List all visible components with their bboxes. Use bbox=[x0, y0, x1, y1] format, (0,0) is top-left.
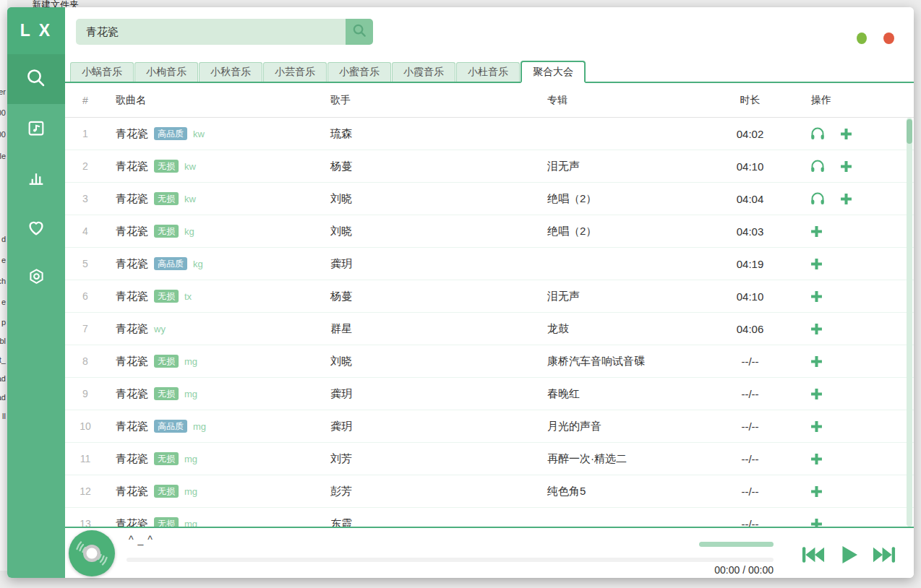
tab[interactable]: 小芸音乐 bbox=[263, 62, 327, 82]
quality-badge: 无损 bbox=[154, 517, 179, 527]
source-tag: kg bbox=[193, 259, 203, 269]
tab[interactable]: 小枸音乐 bbox=[134, 62, 198, 82]
source-tag: mg bbox=[184, 486, 197, 497]
add-button[interactable] bbox=[839, 191, 854, 207]
progress-bar[interactable] bbox=[127, 558, 774, 562]
previous-button[interactable] bbox=[801, 545, 826, 565]
table-row[interactable]: 2 青花瓷 无损 kw 杨蔓 泪无声 04:10 bbox=[65, 150, 914, 183]
sidebar-item-settings[interactable] bbox=[7, 254, 65, 303]
desktop-text-fragment: er bbox=[0, 87, 6, 96]
desktop-text-fragment: ll bbox=[2, 412, 6, 420]
quality-badge: 无损 bbox=[154, 225, 179, 237]
sidebar-item-search[interactable] bbox=[7, 54, 65, 104]
play-button[interactable] bbox=[837, 543, 860, 566]
song-name: 青花瓷 bbox=[116, 485, 148, 498]
scrollbar-thumb[interactable] bbox=[907, 119, 912, 144]
add-button[interactable] bbox=[809, 516, 824, 527]
tab[interactable]: 小杜音乐 bbox=[456, 62, 520, 82]
add-button[interactable] bbox=[839, 126, 854, 142]
sidebar-item-leaderboard[interactable] bbox=[7, 154, 65, 204]
quality-badge: 无损 bbox=[154, 387, 179, 399]
tab[interactable]: 小霞音乐 bbox=[392, 62, 455, 82]
add-button[interactable] bbox=[809, 451, 824, 467]
add-button[interactable] bbox=[809, 354, 824, 369]
actions-cell bbox=[799, 451, 914, 467]
song-cell: 青花瓷 无损 kw bbox=[106, 192, 322, 206]
minimize-button[interactable] bbox=[857, 33, 867, 44]
close-button[interactable] bbox=[883, 33, 894, 44]
song-cell: 青花瓷 无损 tx bbox=[106, 290, 322, 303]
row-index: 13 bbox=[65, 518, 106, 527]
duration-cell: 04:03 bbox=[701, 225, 799, 238]
actions-cell bbox=[799, 386, 914, 402]
add-button[interactable] bbox=[809, 419, 824, 434]
listen-button[interactable] bbox=[809, 157, 826, 175]
tab[interactable]: 小蜗音乐 bbox=[70, 62, 134, 82]
table-row[interactable]: 6 青花瓷 无损 tx 杨蔓 泪无声 04:10 bbox=[65, 280, 914, 313]
table-row[interactable]: 3 青花瓷 无损 kw 刘晓 绝唱（2） 04:04 bbox=[65, 183, 914, 215]
add-button[interactable] bbox=[809, 484, 824, 499]
add-button[interactable] bbox=[809, 386, 824, 402]
actions-cell bbox=[799, 224, 914, 239]
actions-cell bbox=[799, 354, 914, 369]
add-button[interactable] bbox=[809, 224, 824, 239]
table-row[interactable]: 13 青花瓷 无损 mg 东霞 --/-- bbox=[65, 508, 914, 527]
source-tag: tx bbox=[184, 291, 192, 302]
add-button[interactable] bbox=[839, 159, 854, 174]
table-row[interactable]: 9 青花瓷 无损 mg 龚玥 春晚红 --/-- bbox=[65, 378, 914, 410]
quality-badge: 无损 bbox=[154, 290, 179, 302]
table-row[interactable]: 7 青花瓷 wy 群星 龙鼓 04:06 bbox=[65, 313, 914, 345]
desktop-text-fragment: 00 bbox=[0, 108, 6, 117]
desktop-text-fragment: d bbox=[1, 235, 6, 243]
quality-badge: 无损 bbox=[154, 192, 179, 204]
artist-cell: 刘芳 bbox=[322, 452, 539, 466]
app-window: L X bbox=[7, 7, 914, 578]
tab-label: 小芸音乐 bbox=[275, 66, 315, 77]
row-index: 4 bbox=[65, 225, 106, 237]
table-row[interactable]: 4 青花瓷 无损 kg 刘晓 绝唱（2） 04:03 bbox=[65, 215, 914, 248]
tab-label: 聚合大会 bbox=[533, 66, 573, 77]
table-row[interactable]: 10 青花瓷 高品质 mg 龚玥 月光的声音 --/-- bbox=[65, 410, 914, 443]
song-name: 青花瓷 bbox=[116, 322, 148, 336]
add-button[interactable] bbox=[809, 321, 824, 337]
tab[interactable]: 小蜜音乐 bbox=[327, 62, 391, 82]
add-button[interactable] bbox=[809, 289, 824, 304]
volume-slider[interactable] bbox=[699, 542, 774, 547]
table-row[interactable]: 12 青花瓷 无损 mg 彭芳 纯色角5 --/-- bbox=[65, 475, 914, 508]
table-rows: 1 青花瓷 高品质 kw 琉森 04:02 2 青花瓷 无损 kw 杨蔓 泪无声… bbox=[65, 118, 914, 527]
song-cell: 青花瓷 无损 kw bbox=[106, 160, 322, 173]
desktop-text-fragment: ad bbox=[0, 374, 6, 383]
search-input[interactable] bbox=[76, 19, 346, 45]
add-button[interactable] bbox=[809, 256, 824, 272]
song-name: 青花瓷 bbox=[116, 127, 148, 141]
table-row[interactable]: 5 青花瓷 高品质 kg 龚玥 04:19 bbox=[65, 248, 914, 280]
sidebar-item-songlist[interactable] bbox=[7, 104, 65, 154]
quality-badge: 高品质 bbox=[154, 127, 187, 139]
song-cell: 青花瓷 高品质 kg bbox=[106, 257, 322, 271]
song-cell: 青花瓷 无损 mg bbox=[106, 517, 322, 527]
song-name: 青花瓷 bbox=[116, 420, 148, 433]
search-button[interactable] bbox=[346, 19, 373, 45]
next-button[interactable] bbox=[871, 545, 896, 565]
row-index: 8 bbox=[65, 355, 106, 367]
artist-cell: 群星 bbox=[322, 322, 539, 336]
source-tag: wy bbox=[154, 324, 166, 334]
duration-cell: --/-- bbox=[701, 388, 799, 400]
album-disc-icon[interactable] bbox=[68, 529, 116, 577]
listen-button[interactable] bbox=[809, 190, 826, 207]
table-row[interactable]: 1 青花瓷 高品质 kw 琉森 04:02 bbox=[65, 118, 914, 150]
scrollbar-track[interactable] bbox=[907, 118, 912, 527]
sidebar-item-favorites[interactable] bbox=[7, 204, 65, 254]
search-icon bbox=[25, 67, 47, 92]
column-header-duration: 时长 bbox=[701, 94, 799, 107]
row-index: 3 bbox=[65, 193, 106, 204]
table-row[interactable]: 8 青花瓷 无损 mg 刘晓 康桥汽车音响试音碟 --/-- bbox=[65, 345, 914, 378]
tab[interactable]: 小秋音乐 bbox=[199, 62, 262, 82]
duration-cell: --/-- bbox=[701, 485, 799, 498]
tab-label: 小杜音乐 bbox=[468, 66, 508, 77]
table-row[interactable]: 11 青花瓷 无损 mg 刘芳 再醉一次·精选二 --/-- bbox=[65, 443, 914, 475]
listen-button[interactable] bbox=[809, 125, 826, 142]
tab[interactable]: 聚合大会 bbox=[521, 61, 586, 83]
row-index: 11 bbox=[65, 453, 106, 464]
search-box bbox=[76, 19, 373, 45]
